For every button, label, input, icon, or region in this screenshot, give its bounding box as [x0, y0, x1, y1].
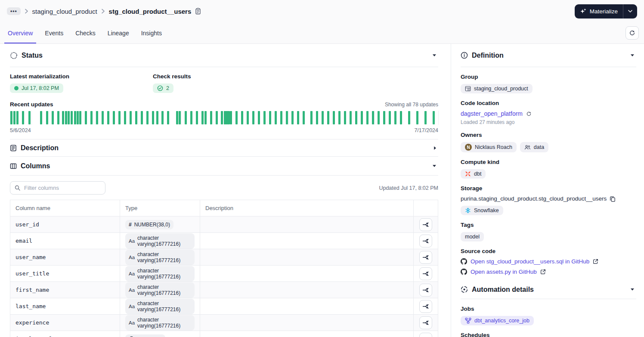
- update-bar[interactable]: [297, 111, 299, 124]
- update-bar[interactable]: [350, 111, 352, 124]
- update-bar[interactable]: [221, 111, 223, 124]
- update-bar[interactable]: [156, 111, 158, 124]
- tab-insights[interactable]: Insights: [140, 22, 163, 43]
- update-bar[interactable]: [85, 111, 87, 124]
- update-bar[interactable]: [204, 111, 207, 124]
- update-bar[interactable]: [124, 111, 126, 124]
- update-bar[interactable]: [361, 111, 363, 124]
- update-bar[interactable]: [210, 111, 212, 124]
- update-bar[interactable]: [400, 111, 402, 124]
- update-bar[interactable]: [424, 111, 427, 124]
- update-bar[interactable]: [46, 111, 48, 124]
- copy-storage-path-icon[interactable]: [610, 196, 616, 202]
- update-bar[interactable]: [167, 111, 169, 124]
- update-bar[interactable]: [310, 111, 313, 124]
- column-lineage-button[interactable]: [419, 284, 432, 297]
- job-pill[interactable]: dbt_analytics_core_job: [461, 316, 534, 325]
- update-bar[interactable]: [338, 111, 341, 124]
- tab-checks[interactable]: Checks: [74, 22, 96, 43]
- update-bar[interactable]: [102, 111, 104, 124]
- update-bar[interactable]: [22, 111, 24, 124]
- update-bar[interactable]: [263, 111, 266, 124]
- source-code-link[interactable]: Open assets.py in GitHub: [471, 269, 537, 275]
- definition-collapse-caret[interactable]: [629, 52, 636, 59]
- update-bar[interactable]: [280, 111, 282, 124]
- update-bar[interactable]: [77, 111, 79, 124]
- update-bar[interactable]: [96, 111, 98, 124]
- update-bar[interactable]: [366, 111, 368, 124]
- update-bar[interactable]: [247, 111, 249, 124]
- update-bar[interactable]: [333, 111, 335, 124]
- update-bar[interactable]: [68, 111, 70, 124]
- refresh-button[interactable]: [625, 26, 639, 40]
- update-bar[interactable]: [52, 111, 54, 124]
- update-bar[interactable]: [141, 111, 143, 124]
- column-lineage-button[interactable]: [419, 300, 432, 313]
- update-bar[interactable]: [286, 111, 288, 124]
- update-bar[interactable]: [118, 111, 121, 124]
- update-bar[interactable]: [16, 111, 19, 124]
- update-bar[interactable]: [176, 111, 178, 124]
- update-bar[interactable]: [269, 111, 271, 124]
- latest-materialization-pill[interactable]: Jul 17, 8:02 PM: [10, 83, 63, 93]
- materialize-dropdown-button[interactable]: [623, 4, 637, 19]
- tag-pill[interactable]: model: [461, 232, 484, 241]
- update-bar[interactable]: [372, 111, 374, 124]
- update-bar[interactable]: [241, 111, 243, 124]
- column-lineage-button[interactable]: [419, 267, 432, 280]
- filter-columns-input[interactable]: [23, 184, 101, 192]
- update-bar[interactable]: [291, 111, 294, 124]
- update-bar[interactable]: [107, 111, 109, 124]
- tab-lineage[interactable]: Lineage: [107, 22, 130, 43]
- update-bar[interactable]: [113, 111, 115, 124]
- update-bar[interactable]: [252, 111, 254, 124]
- update-bar[interactable]: [90, 111, 93, 124]
- reload-location-icon[interactable]: [526, 111, 532, 117]
- breadcrumb-parent-link[interactable]: staging_cloud_product: [32, 8, 97, 15]
- update-bar[interactable]: [28, 111, 31, 124]
- update-bar[interactable]: [62, 111, 64, 124]
- tab-overview[interactable]: Overview: [7, 22, 34, 43]
- update-bar[interactable]: [161, 111, 164, 124]
- status-collapse-caret[interactable]: [430, 52, 438, 59]
- update-bar[interactable]: [383, 111, 385, 124]
- description-expand-caret[interactable]: [432, 144, 438, 152]
- update-bar[interactable]: [258, 111, 260, 124]
- tab-events[interactable]: Events: [44, 22, 64, 43]
- update-bar[interactable]: [416, 111, 418, 124]
- update-bar[interactable]: [344, 111, 346, 124]
- update-bar[interactable]: [355, 111, 357, 124]
- update-bar[interactable]: [152, 111, 154, 124]
- update-bar[interactable]: [79, 111, 81, 124]
- owner-pill-user[interactable]: NNicklaus Roach: [461, 142, 517, 152]
- automation-collapse-caret[interactable]: [629, 286, 636, 293]
- update-bar[interactable]: [10, 111, 12, 124]
- update-bar[interactable]: [40, 111, 42, 124]
- update-bar[interactable]: [230, 111, 232, 124]
- compute-kind-pill[interactable]: dbt: [461, 169, 486, 179]
- update-bar[interactable]: [408, 111, 410, 124]
- update-bar[interactable]: [394, 111, 396, 124]
- update-bar[interactable]: [185, 111, 187, 124]
- materialize-button[interactable]: Materialize: [575, 4, 623, 19]
- column-lineage-button[interactable]: [419, 333, 432, 337]
- check-results-pill[interactable]: 2: [153, 83, 173, 93]
- update-bar[interactable]: [130, 111, 132, 124]
- update-bar[interactable]: [179, 111, 181, 124]
- update-bar[interactable]: [316, 111, 318, 124]
- update-bar[interactable]: [303, 111, 305, 124]
- storage-kind-pill[interactable]: Snowflake: [461, 206, 503, 215]
- update-bar[interactable]: [224, 111, 230, 124]
- owner-pill-team[interactable]: data: [520, 142, 548, 152]
- column-lineage-button[interactable]: [419, 235, 432, 247]
- breadcrumb-ellipsis-button[interactable]: •••: [7, 7, 21, 15]
- update-bar[interactable]: [57, 111, 59, 124]
- copy-asset-name-icon[interactable]: [195, 8, 201, 15]
- update-bar[interactable]: [65, 111, 67, 124]
- update-bar[interactable]: [275, 111, 277, 124]
- update-bar[interactable]: [71, 111, 73, 124]
- column-lineage-button[interactable]: [419, 251, 432, 264]
- source-code-link[interactable]: Open stg_cloud_product__users.sql in Git…: [471, 258, 589, 265]
- update-bar[interactable]: [216, 111, 218, 124]
- group-pill[interactable]: staging_cloud_product: [461, 84, 533, 93]
